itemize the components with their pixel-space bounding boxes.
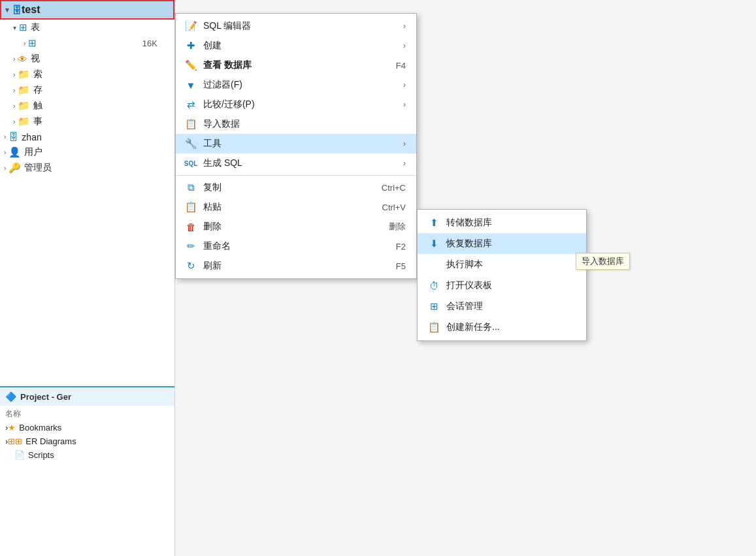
restore-label: 恢复数据库 (446, 238, 492, 250)
transfer-icon: ⬆ (427, 217, 441, 229)
admin-label: 管理员 (24, 162, 52, 174)
menu-refresh[interactable]: ↻ 刷新 F5 (176, 256, 416, 276)
copy-label: 复制 (203, 182, 369, 193)
bookmarks-item[interactable]: › ★ Bookmarks (0, 421, 174, 434)
restore-icon: ⬇ (427, 238, 441, 250)
zhan-icon: 🗄 (8, 131, 18, 142)
paste-shortcut: Ctrl+V (382, 203, 406, 212)
menu-copy[interactable]: ⧉ 复制 Ctrl+C (176, 178, 416, 197)
index-icon: 📁 (18, 69, 30, 80)
project-title: Project - Ger (20, 392, 71, 402)
session-label: 会话管理 (446, 301, 483, 312)
delete-shortcut: 删除 (389, 221, 406, 233)
table-sub[interactable]: › ⊞ 16K (0, 35, 174, 51)
zhan-label: zhan (22, 132, 41, 142)
scripts-icon: 📄 (14, 450, 25, 460)
event-group[interactable]: › 📁 事 (0, 114, 174, 129)
menu-sql-editor[interactable]: 📝 SQL 编辑器 › (176, 16, 416, 36)
compare-label: 比较/迁移(P) (203, 99, 398, 110)
sql-editor-icon: 📝 (184, 20, 198, 32)
table-label: 表 (31, 22, 40, 33)
db-icon: 🗄 (12, 5, 22, 16)
main-area: 📝 SQL 编辑器 › ✚ 创建 › ✏️ 查看 数据库 F4 ▼ 过滤器(F)… (175, 0, 756, 556)
submenu-session[interactable]: ⊞ 会话管理 (418, 296, 586, 317)
view-db-label: 查看 数据库 (203, 59, 383, 71)
tools-arrow: › (403, 139, 406, 148)
rename-label: 重命名 (203, 240, 383, 252)
create-task-label: 创建新任务... (446, 321, 500, 333)
view-group[interactable]: › 👁 视 (0, 51, 174, 67)
submenu-dashboard[interactable]: ⏱ 打开仪表板 (418, 275, 586, 296)
view-icon: 👁 (18, 54, 27, 65)
submenu-transfer-db[interactable]: ⬆ 转储数据库 (418, 212, 586, 233)
zhan-db[interactable]: › 🗄 zhan (0, 129, 174, 144)
delete-icon: 🗑 (184, 221, 198, 233)
scripts-item[interactable]: 📄 Scripts (0, 448, 174, 462)
er-diagrams-item[interactable]: › ⊞⊞ ER Diagrams (0, 434, 174, 448)
rename-icon: ✏ (184, 240, 198, 252)
test-db-label: test (22, 4, 40, 16)
project-header: 🔷 Project - Ger (0, 387, 174, 406)
user-group[interactable]: › 👤 用户 (0, 144, 174, 160)
bookmarks-label: Bookmarks (19, 423, 61, 433)
user-icon: 👤 (8, 146, 21, 158)
stored-group[interactable]: › 📁 存 (0, 82, 174, 98)
menu-create[interactable]: ✚ 创建 › (176, 36, 416, 56)
test-db-item[interactable]: ▾ 🗄 test (0, 0, 174, 20)
create-arrow: › (403, 41, 406, 50)
create-label: 创建 (203, 40, 398, 52)
menu-rename[interactable]: ✏ 重命名 F2 (176, 237, 416, 256)
menu-delete[interactable]: 🗑 删除 删除 (176, 217, 416, 237)
trigger-group[interactable]: › 📁 触 (0, 98, 174, 114)
trigger-label: 触 (33, 100, 42, 112)
copy-icon: ⧉ (184, 182, 198, 193)
generate-sql-label: 生成 SQL (203, 157, 398, 169)
view-db-icon: ✏️ (184, 59, 198, 71)
submenu-exec-script[interactable]: 执行脚本 (418, 254, 586, 275)
submenu-create-task[interactable]: 📋 创建新任务... (418, 317, 586, 338)
import-data-label: 导入数据 (203, 118, 406, 130)
sidebar: ▾ 🗄 test ▾ ⊞ 表 › ⊞ 16K › 👁 视 › 📁 索 › 📁 存… (0, 0, 175, 556)
tools-label: 工具 (203, 138, 398, 150)
sql-editor-arrow: › (403, 22, 406, 31)
view-db-shortcut: F4 (396, 61, 406, 71)
bookmark-icon: ★ (8, 423, 16, 433)
exec-label: 执行脚本 (446, 259, 483, 270)
paste-label: 粘贴 (203, 201, 369, 213)
import-data-icon: 📋 (184, 118, 198, 130)
menu-paste[interactable]: 📋 粘贴 Ctrl+V (176, 197, 416, 217)
submenu-restore-db[interactable]: ⬇ 恢复数据库 (418, 233, 586, 254)
scripts-label: Scripts (28, 450, 54, 460)
menu-view-db[interactable]: ✏️ 查看 数据库 F4 (176, 56, 416, 75)
table-group[interactable]: ▾ ⊞ 表 (0, 20, 174, 35)
event-icon: 📁 (18, 116, 30, 127)
copy-shortcut: Ctrl+C (382, 183, 406, 193)
er-icon: ⊞⊞ (8, 436, 22, 446)
session-icon: ⊞ (427, 301, 441, 312)
rename-shortcut: F2 (396, 242, 406, 252)
menu-generate-sql[interactable]: SQL 生成 SQL › (176, 154, 416, 173)
compare-arrow: › (403, 100, 406, 109)
index-group[interactable]: › 📁 索 (0, 67, 174, 82)
view-label: 视 (31, 53, 40, 65)
event-label: 事 (33, 116, 42, 127)
menu-import-data[interactable]: 📋 导入数据 (176, 114, 416, 134)
menu-compare[interactable]: ⇄ 比较/迁移(P) › (176, 95, 416, 114)
menu-filter[interactable]: ▼ 过滤器(F) › (176, 75, 416, 95)
name-label: 名称 (0, 406, 174, 421)
paste-icon: 📋 (184, 201, 198, 213)
tooltip-text: 导入数据库 (582, 256, 624, 266)
admin-group[interactable]: › 🔑 管理员 (0, 160, 174, 176)
sql-editor-label: SQL 编辑器 (203, 20, 398, 32)
delete-label: 删除 (203, 221, 376, 233)
refresh-shortcut: F5 (396, 261, 406, 271)
menu-tools[interactable]: 🔧 工具 › (176, 134, 416, 154)
context-menu: 📝 SQL 编辑器 › ✚ 创建 › ✏️ 查看 数据库 F4 ▼ 过滤器(F)… (175, 13, 417, 279)
dashboard-label: 打开仪表板 (446, 280, 492, 291)
stored-icon: 📁 (18, 84, 30, 96)
trigger-icon: 📁 (18, 100, 30, 112)
size-label: 16K (142, 39, 171, 48)
compare-icon: ⇄ (184, 99, 198, 110)
refresh-label: 刷新 (203, 260, 383, 272)
generate-sql-icon: SQL (184, 160, 198, 167)
